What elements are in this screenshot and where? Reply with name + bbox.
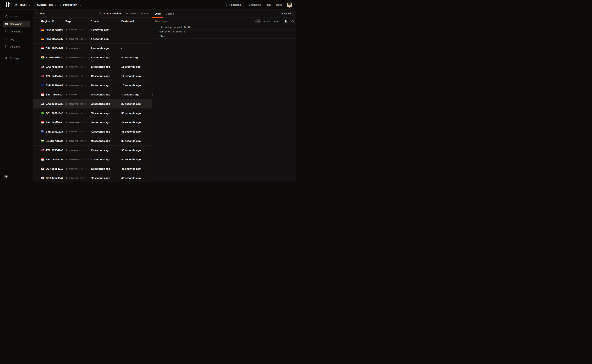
container-tags: name=ws-isolate — [66, 56, 91, 59]
select-carets-icon[interactable] — [79, 3, 81, 6]
container-id: 7c3e3de5 — [52, 65, 66, 68]
table-row[interactable]: BOM 8c7585dc name=ws-container 42 second… — [33, 136, 152, 146]
table-row[interactable]: ATL e406c7aa name=ws-isolate 19 seconds … — [33, 72, 152, 81]
sidebar-item-logs[interactable]: Logs — [3, 36, 30, 42]
go-to-container-button[interactable]: Go to Container — [99, 12, 122, 15]
filters-label: Filters — [39, 12, 45, 15]
region-flag-icon — [41, 168, 44, 170]
gear-icon — [291, 20, 294, 23]
destroyed-time: - — [121, 28, 152, 31]
created-time: 33 seconds ago — [91, 102, 121, 105]
breadcrumb-item-production[interactable]: Production — [63, 3, 77, 6]
region-code: FRA — [46, 37, 51, 40]
user-avatar[interactable] — [287, 2, 292, 7]
region-code: LAX — [46, 65, 51, 68]
select-carets-icon[interactable] — [54, 3, 56, 6]
breadcrumb-item-rivet[interactable]: Rivet — [20, 3, 27, 6]
create-container-button[interactable]: Create Container — [126, 12, 150, 15]
created-time: 33 seconds ago — [91, 112, 121, 115]
created-time: 19 seconds ago — [91, 75, 121, 78]
tag-text: name=ws-container — [69, 158, 89, 161]
tag-text: name=ws-isolate — [69, 84, 89, 86]
tag-icon — [66, 140, 67, 142]
sidebar-item-actors[interactable]: Actors — [3, 13, 30, 20]
destroyed-time: 30 seconds ago — [121, 112, 152, 115]
tab-config[interactable]: Config — [163, 10, 176, 18]
breadcrumb-item-system-test[interactable]: System Test — [37, 3, 53, 6]
container-id: 48570a02 — [52, 84, 66, 87]
region-code: SIN — [46, 121, 50, 124]
save-logs-button[interactable] — [284, 19, 289, 24]
changelog-link[interactable]: Changelog — [249, 3, 261, 6]
segment-errors[interactable]: errors — [272, 19, 282, 24]
table-row[interactable]: ATL 9053d1a3 name=ws-container 43 second… — [33, 146, 152, 155]
sidebar-collapse-icon[interactable] — [5, 175, 7, 178]
region-flag-icon — [41, 149, 44, 151]
filters-button[interactable]: Filters — [35, 12, 45, 15]
table-row[interactable]: LAX 7c3e3de5 name=ws-isolate 13 seconds … — [33, 62, 152, 72]
tag-icon — [66, 121, 67, 124]
table-row[interactable]: OSA 4eb46847 name=ws-container 52 second… — [33, 173, 152, 182]
created-time: 13 seconds ago — [91, 65, 121, 68]
region-flag-icon — [41, 75, 44, 77]
table-row[interactable]: OSA 1b8c4018 name=ws-isolate 52 seconds … — [33, 164, 152, 173]
org-chip: R — [14, 3, 18, 7]
chevron-right-icon — [34, 3, 35, 6]
docs-link[interactable]: Docs — [276, 3, 282, 6]
sidebar-item-versions[interactable]: Versions — [3, 43, 30, 50]
table-row[interactable]: FRA 1c7aa59d name=ws-container 4 seconds… — [33, 25, 152, 34]
table-row[interactable]: SIN f75ce0e2 name=ws-isolate 24 seconds … — [33, 90, 152, 99]
status-badge[interactable]: Stopped — [279, 11, 294, 16]
container-id: 1b8c4018 — [52, 167, 66, 170]
created-time: 52 seconds ago — [91, 176, 121, 179]
destroyed-time: - — [121, 37, 152, 40]
sidebar-item-label: Settings — [10, 57, 19, 59]
region-code: SYD — [46, 130, 51, 133]
table-row[interactable]: FRA cfeada6b name=ws-isolate 4 seconds a… — [33, 34, 152, 44]
created-time: 47 seconds ago — [91, 158, 121, 161]
containers-panel: Filters Go to Container Create Container… — [33, 10, 152, 182]
region-flag-icon — [41, 177, 44, 179]
created-time: 43 seconds ago — [91, 149, 121, 152]
destroyed-time: 17 seconds ago — [121, 75, 152, 78]
table-row[interactable]: SIN 08fdf892 name=ws-container 40 second… — [33, 118, 152, 127]
versions-icon — [5, 45, 8, 48]
tab-logs[interactable]: Logs — [152, 10, 163, 18]
tag-icon — [66, 168, 67, 170]
table-row[interactable]: SYD 48570a02 name=ws-isolate 19 seconds … — [33, 81, 152, 90]
destroyed-time: 36 seconds ago — [121, 139, 152, 142]
filter-output-input[interactable] — [152, 20, 254, 23]
table-row[interactable]: SIN 1260e1d7 name=ws-container 7 seconds… — [33, 44, 152, 53]
tag-text: name=ws-container — [69, 149, 89, 151]
select-carets-icon[interactable] — [28, 3, 30, 6]
region-flag-icon — [41, 112, 44, 114]
table-header: Region ID Tags Created Destroyed — [33, 18, 152, 25]
sidebar-item-functions[interactable]: Functions — [3, 28, 30, 35]
region-code: SIN — [46, 93, 50, 96]
table-row[interactable]: SYD c0611c1d name=ws-container 42 second… — [33, 127, 152, 136]
created-time: 40 seconds ago — [91, 121, 121, 124]
segment-all[interactable]: all — [256, 19, 262, 24]
panel-resize-handle[interactable] — [151, 94, 153, 98]
region-flag-icon — [41, 38, 44, 40]
app-shell: ActorsContainersFunctionsLogsVersions Se… — [0, 10, 296, 182]
container-id: 8c7585dc — [52, 139, 66, 142]
help-link[interactable]: Help — [266, 3, 271, 6]
tag-text: name=ws-container — [69, 103, 89, 105]
segment-output[interactable]: output — [262, 19, 272, 24]
tag-text: name=ws-container — [69, 28, 89, 31]
table-row[interactable]: GRU 0b36c8c8 name=ws-isolate 33 seconds … — [33, 109, 152, 118]
sidebar-item-containers[interactable]: Containers — [3, 21, 30, 27]
created-time: 52 seconds ago — [91, 167, 121, 170]
log-settings-button[interactable] — [290, 19, 295, 24]
table-row[interactable]: LAX a5ed6238 name=ws-container 33 second… — [33, 99, 152, 109]
container-tags: name=ws-isolate — [66, 65, 91, 68]
log-line: Listening on port 24148 — [152, 25, 296, 30]
col-created: Created — [91, 20, 121, 23]
sidebar-item-settings[interactable]: Settings — [3, 55, 30, 61]
table-row[interactable]: BOM 7348be3b name=ws-isolate 12 seconds … — [33, 53, 152, 62]
tag-text: name=ws-container — [69, 140, 89, 142]
feedback-link[interactable]: Feedback — [226, 1, 244, 8]
destroyed-time: 38 seconds ago — [121, 149, 152, 152]
table-row[interactable]: SIN bc0d6186 name=ws-container 47 second… — [33, 155, 152, 164]
